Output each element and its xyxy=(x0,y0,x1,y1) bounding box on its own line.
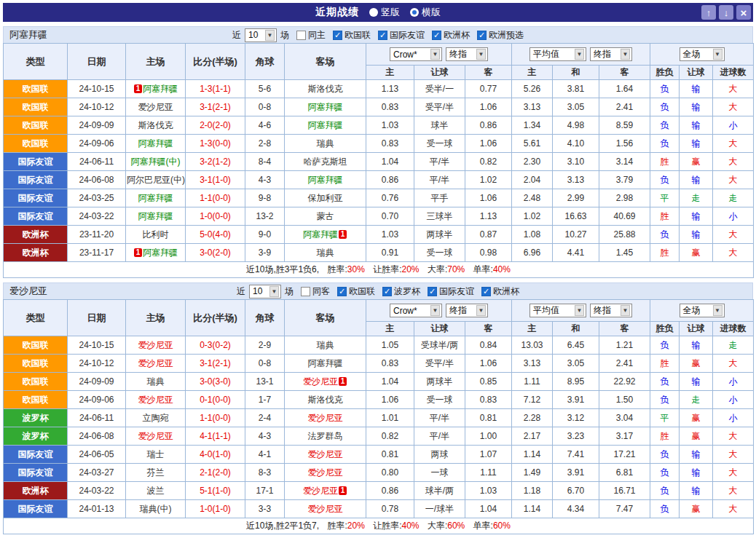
filter-option-label: 欧洲杯 xyxy=(493,285,519,298)
home-team-name: 爱沙尼亚 xyxy=(138,340,173,350)
filter-option-label: 欧洲杯 xyxy=(444,29,470,41)
goals-result-cell: 大 xyxy=(713,244,754,262)
sub-header-winloss: 胜负 xyxy=(650,66,680,80)
home-team-name: 爱沙尼亚 xyxy=(138,358,173,368)
avg-draw-odds-cell: 3.12 xyxy=(553,409,599,427)
bookmaker-select[interactable]: Crow*▼ xyxy=(390,304,442,317)
checkbox-icon[interactable] xyxy=(378,31,387,40)
radio-icon[interactable] xyxy=(410,8,419,17)
summary-stat-label: 大率: xyxy=(428,521,447,531)
summary-row: 近10场,胜2平1负7, 胜率:20% 让胜率:40% 大率:60% 单率:60… xyxy=(4,518,754,534)
filter-option-euro[interactable]: 欧洲杯 xyxy=(432,29,470,41)
home-odds-cell: 0.86 xyxy=(366,171,414,189)
home-team-name: 阿塞拜疆 xyxy=(143,248,178,258)
handicap-cell: 受一球 xyxy=(414,135,465,153)
away-team-cell: 斯洛伐克 xyxy=(285,80,366,98)
match-count-select[interactable]: 10▼ xyxy=(249,285,281,298)
layout-radio-vertical[interactable]: 竖版 xyxy=(369,6,400,19)
away-team-cell: 阿塞拜疆 xyxy=(285,116,366,135)
checkbox-icon[interactable] xyxy=(382,287,392,296)
home-odds-cell: 1.05 xyxy=(366,336,414,355)
checkbox-icon[interactable] xyxy=(296,31,306,40)
competition-type-cell: 欧国联 xyxy=(4,98,68,116)
dropdown-arrow-icon: ▼ xyxy=(430,305,440,316)
select-value: 终指 xyxy=(594,48,611,60)
summary-stat-label: 单率: xyxy=(473,264,493,274)
avg-home-odds-cell: 13.03 xyxy=(512,336,553,355)
avg-away-odds-cell: 1.50 xyxy=(599,391,650,409)
filter-option-label: 同客 xyxy=(312,285,330,298)
away-team-cell: 瑞典 xyxy=(285,135,366,153)
odds-time-select[interactable]: 终指▼ xyxy=(590,304,632,317)
avg-home-odds-cell: 5.61 xyxy=(512,135,553,153)
checkbox-icon[interactable] xyxy=(333,31,342,40)
home-odds-cell: 0.91 xyxy=(366,244,414,262)
competition-type-cell: 欧国联 xyxy=(4,116,68,135)
home-team-cell: 波兰 xyxy=(126,482,186,500)
date-cell: 23-11-20 xyxy=(68,226,126,244)
corners-cell: 9-8 xyxy=(245,189,285,207)
summary-stat-label: 让胜率: xyxy=(373,521,401,531)
checkbox-icon[interactable] xyxy=(428,287,437,296)
avg-home-odds-cell: 2.48 xyxy=(512,189,553,207)
summary-stat-value: 70% xyxy=(447,264,465,274)
odds-time-select[interactable]: 终指▼ xyxy=(590,47,632,61)
filter-option-euro[interactable]: 欧洲杯 xyxy=(481,285,519,298)
checkbox-icon[interactable] xyxy=(337,287,347,296)
filter-option-same-home[interactable]: 同主 xyxy=(296,29,326,41)
checkbox-icon[interactable] xyxy=(432,31,441,40)
home-odds-cell: 0.83 xyxy=(366,135,414,153)
home-odds-cell: 1.06 xyxy=(366,391,414,409)
match-row: 欧洲杯 23-11-20 比利时 5-0(4-0) 9-0 阿塞拜疆1 1.03… xyxy=(4,226,754,244)
filter-option-same-away[interactable]: 同客 xyxy=(301,285,330,298)
competition-type-cell: 波罗杯 xyxy=(4,427,68,446)
sub-header-goals-result: 进球数 xyxy=(713,66,754,80)
filter-option-friendly[interactable]: 国际友谊 xyxy=(428,285,474,298)
scope-group-header: 全场▼ xyxy=(650,300,754,322)
handicap-result-cell: 走 xyxy=(680,189,713,207)
avg-away-odds-cell: 3.79 xyxy=(599,171,650,189)
odds-time-select[interactable]: 终指▼ xyxy=(446,304,488,317)
handicap-result-cell: 赢 xyxy=(680,355,713,373)
close-button[interactable]: × xyxy=(736,5,751,20)
checkbox-icon[interactable] xyxy=(481,287,491,296)
match-count-select[interactable]: 10▼ xyxy=(245,28,277,42)
team-section-azerbaijan: 阿塞拜疆 近 10▼ 场 同主 欧国联 国际友谊 欧洲杯 欧洲预选 类型 xyxy=(3,26,753,278)
checkbox-icon[interactable] xyxy=(477,31,487,40)
date-cell: 24-06-08 xyxy=(68,171,126,189)
match-row: 欧国联 24-10-15 1阿塞拜疆 1-3(1-1) 5-6 斯洛伐克 1.1… xyxy=(4,80,754,98)
bookmaker-select[interactable]: Crow*▼ xyxy=(390,47,442,61)
average-select[interactable]: 平均值▼ xyxy=(529,47,586,61)
average-select[interactable]: 平均值▼ xyxy=(529,304,586,317)
checkbox-icon[interactable] xyxy=(301,287,310,296)
away-odds-cell: 1.13 xyxy=(465,207,512,226)
date-cell: 24-10-12 xyxy=(68,355,126,373)
competition-type-cell: 国际友谊 xyxy=(4,446,68,464)
home-odds-cell: 1.03 xyxy=(366,116,414,135)
match-scope-select[interactable]: 全场▼ xyxy=(680,304,725,317)
score-cell: 4-1(1-1) xyxy=(186,427,245,446)
col-header-away: 客场 xyxy=(285,300,366,336)
avg-draw-odds-cell: 6.45 xyxy=(553,336,599,355)
filter-option-baltic-cup[interactable]: 波罗杯 xyxy=(382,285,420,298)
move-up-button[interactable]: ↑ xyxy=(701,5,716,20)
corners-cell: 4-6 xyxy=(245,116,285,135)
match-scope-select[interactable]: 全场▼ xyxy=(680,47,725,61)
radio-icon[interactable] xyxy=(369,8,378,17)
move-down-button[interactable]: ↓ xyxy=(719,5,733,20)
goals-result-cell: 大 xyxy=(713,98,754,116)
home-team-name: 阿塞拜疆 xyxy=(138,193,173,203)
date-cell: 23-11-17 xyxy=(68,244,126,262)
away-team-cell: 阿塞拜疆 xyxy=(285,171,366,189)
home-team-name: 阿尔巴尼亚(中) xyxy=(127,175,185,185)
avg-away-odds-cell: 3.04 xyxy=(599,409,650,427)
layout-radio-horizontal[interactable]: 横版 xyxy=(410,6,441,19)
corners-cell: 4-1 xyxy=(245,446,285,464)
filter-option-friendly[interactable]: 国际友谊 xyxy=(378,29,425,41)
avg-draw-odds-cell: 8.95 xyxy=(553,373,599,391)
home-team-cell: 瑞典(中) xyxy=(126,500,186,518)
filter-option-nations-league[interactable]: 欧国联 xyxy=(333,29,371,41)
filter-option-euro-qualifier[interactable]: 欧洲预选 xyxy=(477,29,524,41)
odds-time-select[interactable]: 终指▼ xyxy=(446,47,488,61)
filter-option-nations-league[interactable]: 欧国联 xyxy=(337,285,375,298)
